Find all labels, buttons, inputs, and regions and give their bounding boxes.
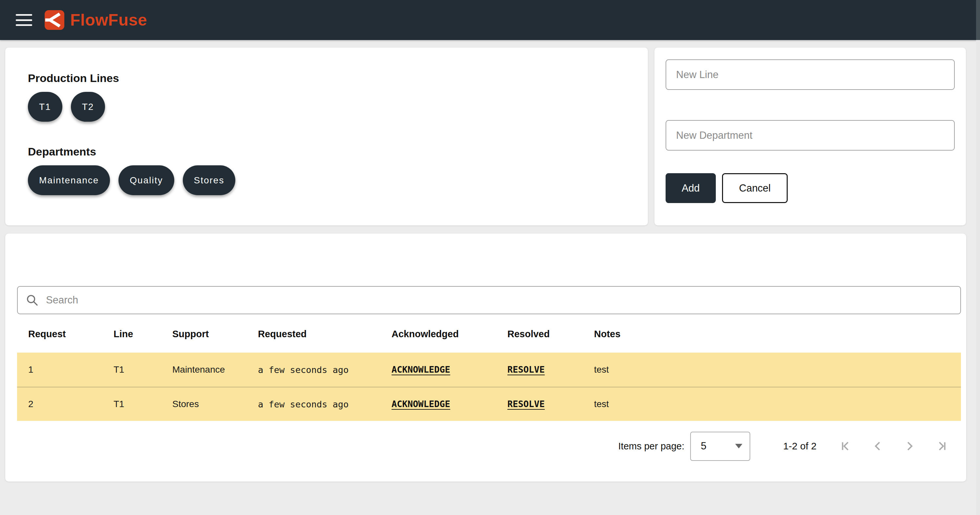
table-row: 2 T1 Stores a few seconds ago ACKNOWLEDG…	[17, 387, 961, 421]
first-page-icon	[840, 439, 853, 453]
new-line-input[interactable]	[666, 59, 955, 90]
items-per-page-select[interactable]: 5	[690, 432, 750, 461]
flowfuse-logo-icon	[45, 10, 64, 30]
first-page-button[interactable]	[840, 439, 853, 453]
search-bar	[17, 286, 961, 314]
department-pill-quality[interactable]: Quality	[118, 165, 174, 195]
cell-notes: test	[594, 399, 961, 409]
brand-name: FlowFuse	[70, 11, 147, 30]
line-pill-t1[interactable]: T1	[28, 92, 62, 122]
last-page-icon	[934, 439, 948, 453]
scrollbar-thumb[interactable]	[976, 0, 980, 40]
resolve-link[interactable]: RESOLVE	[508, 364, 545, 375]
hamburger-icon	[16, 14, 32, 16]
chevron-left-icon	[871, 439, 885, 453]
menu-button[interactable]	[16, 13, 33, 27]
cell-request: 1	[28, 364, 113, 375]
acknowledge-link[interactable]: ACKNOWLEDGE	[391, 364, 450, 375]
column-header-line: Line	[113, 329, 172, 340]
pagination-range: 1-2 of 2	[783, 440, 816, 452]
cell-support: Maintenance	[172, 364, 258, 375]
chevron-right-icon	[902, 439, 916, 453]
cell-request: 2	[28, 399, 113, 409]
acknowledge-link[interactable]: ACKNOWLEDGE	[391, 399, 450, 409]
cell-line: T1	[113, 399, 172, 409]
pagination-bar: Items per page: 5 1-2 of 2	[618, 431, 948, 461]
column-header-request: Request	[28, 329, 113, 340]
cell-support: Stores	[172, 399, 258, 409]
table-header-row: Request Line Support Requested Acknowled…	[17, 324, 961, 344]
department-pill-stores[interactable]: Stores	[183, 165, 235, 195]
cancel-button[interactable]: Cancel	[722, 173, 788, 203]
cell-requested: a few seconds ago	[258, 365, 391, 375]
add-form-card: Add Cancel	[654, 48, 966, 225]
navbar: FlowFuse	[0, 0, 980, 40]
items-per-page-label: Items per page:	[618, 441, 685, 452]
previous-page-button[interactable]	[871, 439, 885, 453]
production-lines-pill-row: T1 T2	[28, 92, 648, 122]
search-input[interactable]	[46, 294, 953, 306]
pagination-controls	[840, 439, 948, 453]
table-row: 1 T1 Maintenance a few seconds ago ACKNO…	[17, 353, 961, 387]
cell-requested: a few seconds ago	[258, 399, 391, 409]
department-pill-maintenance[interactable]: Maintenance	[28, 165, 110, 195]
departments-pill-row: Maintenance Quality Stores	[28, 165, 648, 195]
cell-line: T1	[113, 364, 172, 375]
scrollbar-track[interactable]	[976, 40, 980, 515]
production-lines-title: Production Lines	[28, 72, 648, 85]
form-buttons: Add Cancel	[666, 173, 955, 203]
table-body: 1 T1 Maintenance a few seconds ago ACKNO…	[17, 353, 961, 421]
cell-notes: test	[594, 364, 961, 375]
add-button[interactable]: Add	[666, 173, 716, 203]
resolve-link[interactable]: RESOLVE	[508, 399, 545, 409]
line-pill-t2[interactable]: T2	[71, 92, 105, 122]
column-header-support: Support	[172, 329, 258, 340]
column-header-resolved: Resolved	[508, 329, 594, 340]
chevron-down-icon	[735, 444, 742, 448]
items-per-page-value: 5	[701, 440, 706, 452]
brand: FlowFuse	[45, 10, 147, 30]
search-icon	[25, 294, 39, 307]
requests-card: Request Line Support Requested Acknowled…	[5, 234, 966, 482]
lines-departments-card: Production Lines T1 T2 Departments Maint…	[5, 48, 648, 225]
new-department-input[interactable]	[666, 120, 955, 151]
column-header-acknowledged: Acknowledged	[391, 329, 508, 340]
departments-title: Departments	[28, 145, 648, 158]
column-header-requested: Requested	[258, 329, 391, 340]
column-header-notes: Notes	[594, 329, 961, 340]
next-page-button[interactable]	[902, 439, 916, 453]
last-page-button[interactable]	[934, 439, 948, 453]
